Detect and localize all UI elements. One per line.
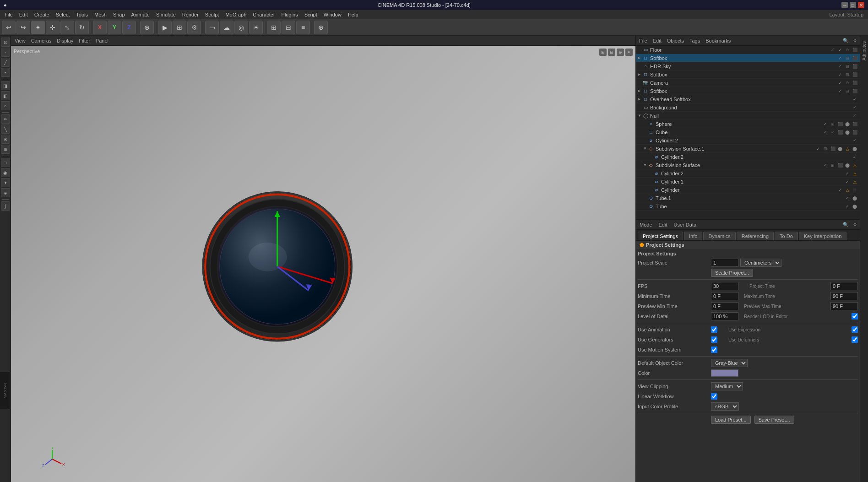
menu-mesh[interactable]: Mesh: [92, 11, 109, 18]
obj-row-tube1[interactable]: ⊙ Tube.1 ✓⬤: [636, 194, 860, 202]
camera-obj-button[interactable]: ◉: [1, 168, 10, 177]
mode-bar-icon1[interactable]: 🔍: [842, 222, 849, 228]
obj-row-null[interactable]: ▼ ◯ Null ✓: [636, 112, 860, 120]
floor-button[interactable]: ▭: [205, 21, 219, 34]
obj-menu-tags[interactable]: Tags: [688, 38, 701, 43]
obj-row-cylinder[interactable]: ⌀ Cylinder ✓△░: [636, 186, 860, 194]
maximize-button[interactable]: □: [850, 2, 856, 8]
obj-row-softbox-1[interactable]: ▶ □ Softbox ✓⊞⬛: [636, 54, 860, 62]
use-gen-checkbox[interactable]: [711, 336, 717, 343]
viewport-icon-1[interactable]: ⊞: [599, 49, 607, 56]
project-scale-input[interactable]: [711, 259, 738, 267]
texture-mode-button[interactable]: ◧: [1, 91, 10, 100]
environment-button[interactable]: ◎: [234, 21, 248, 34]
obj-row-cyl2-c2[interactable]: ⌀ Cylinder.2 ✓△: [636, 169, 860, 178]
render-region-button[interactable]: ⊞: [173, 21, 186, 34]
mode-item-edit[interactable]: Edit: [657, 222, 669, 227]
material-obj-button[interactable]: ◈: [1, 188, 10, 197]
obj-row-cylinder1[interactable]: ⌀ Cylinder.1 ✓△: [636, 178, 860, 186]
viewport-menu-panel[interactable]: Panel: [94, 38, 110, 43]
y-axis-button[interactable]: Y: [108, 21, 121, 34]
redo-button[interactable]: ↪: [16, 21, 30, 34]
sky-button[interactable]: ☁: [220, 21, 233, 34]
color-swatch[interactable]: [711, 369, 738, 377]
menu-sculpt[interactable]: Sculpt: [202, 11, 222, 18]
cube-primitive-button[interactable]: □: [1, 158, 10, 167]
z-axis-button[interactable]: Z: [122, 21, 136, 34]
menu-window[interactable]: Window: [321, 11, 344, 18]
select-tool-button[interactable]: ⊡: [1, 38, 10, 47]
obj-manager-config-icon[interactable]: ⚙: [852, 38, 858, 44]
obj-row-hdr-sky[interactable]: ○ HDR Sky ✓⊞⬛: [636, 62, 860, 70]
rotate-button[interactable]: ↻: [75, 21, 89, 34]
menu-create[interactable]: Create: [32, 11, 52, 18]
obj-row-floor[interactable]: ▭ Floor ✓ ✓ ⊕ ⬛: [636, 46, 860, 54]
magnet-tool-button[interactable]: ⊗: [1, 135, 10, 144]
viewport[interactable]: Perspective ⊞ ⊟ ⊕ ✦: [11, 46, 635, 482]
min-time-input[interactable]: [711, 292, 738, 300]
polygon-mode-button[interactable]: ▪: [1, 68, 10, 77]
world-coord-button[interactable]: ⊕: [140, 21, 154, 34]
viewport-menu-display[interactable]: Display: [55, 38, 75, 43]
spline-tool-button[interactable]: ∫: [1, 201, 10, 211]
isoline-button[interactable]: ≡: [296, 21, 310, 34]
deform-tool-button[interactable]: ≋: [1, 145, 10, 154]
tab-dynamics[interactable]: Dynamics: [703, 232, 735, 240]
load-preset-button[interactable]: Load Preset...: [711, 416, 751, 424]
obj-menu-file[interactable]: File: [638, 38, 649, 43]
menu-plugins[interactable]: Plugins: [279, 11, 301, 18]
max-time-input[interactable]: [830, 292, 858, 300]
render-settings-button[interactable]: ⚙: [187, 21, 201, 34]
fps-input[interactable]: [711, 282, 738, 290]
scale-project-button[interactable]: Scale Project...: [711, 269, 753, 277]
obj-row-softbox-3[interactable]: ▶ □ Softbox ✓⊞⬛: [636, 87, 860, 95]
obj-row-softbox-2[interactable]: ▶ □ Softbox ✓⊞⬛: [636, 70, 860, 79]
menu-snap[interactable]: Snap: [110, 11, 128, 18]
menu-select[interactable]: Select: [53, 11, 73, 18]
paint-tool-button[interactable]: ✏: [1, 114, 10, 124]
def-color-dropdown[interactable]: Gray-Blue Custom: [711, 359, 748, 367]
project-scale-unit-dropdown[interactable]: Centimeters Meters Inches: [740, 259, 781, 267]
x-axis-button[interactable]: X: [93, 21, 107, 34]
menu-edit[interactable]: Edit: [16, 11, 31, 18]
obj-row-cylinder2[interactable]: ⌀ Cylinder.2 ✓: [636, 136, 860, 145]
tab-referencing[interactable]: Referencing: [737, 232, 774, 240]
obj-row-overhead-softbox[interactable]: ▶ □ Overhead Softbox ✓: [636, 95, 860, 103]
tab-todo[interactable]: To Do: [775, 232, 798, 240]
minimize-button[interactable]: ─: [841, 2, 848, 8]
lod-input[interactable]: [711, 312, 738, 320]
menu-tools[interactable]: Tools: [73, 11, 91, 18]
points-mode-button[interactable]: ·: [1, 48, 10, 57]
display-mode-button[interactable]: ⊞: [267, 21, 281, 34]
obj-menu-bookmarks[interactable]: Bookmarks: [704, 38, 732, 43]
model-mode-button[interactable]: ◨: [1, 81, 10, 90]
obj-menu-edit[interactable]: Edit: [651, 38, 663, 43]
edges-mode-button[interactable]: ╱: [1, 58, 10, 67]
menu-mograph[interactable]: MoGraph: [222, 11, 249, 18]
obj-row-subdivision-1[interactable]: ▼ ◇ Subdivision Surface.1 ✓⊞⬛⬤△⬤: [636, 145, 860, 153]
viewport-menu-filters[interactable]: Filter: [77, 38, 92, 43]
light-obj-button[interactable]: ✦: [1, 178, 10, 187]
viewport-menu-cameras[interactable]: Cameras: [29, 38, 54, 43]
menu-character[interactable]: Character: [250, 11, 277, 18]
mode-item-mode[interactable]: Mode: [638, 222, 654, 227]
use-motion-checkbox[interactable]: [711, 347, 717, 353]
move-button[interactable]: ✛: [46, 21, 60, 34]
obj-row-tube[interactable]: ⊙ Tube ✓⬤: [636, 202, 860, 211]
save-preset-button[interactable]: Save Preset...: [754, 416, 794, 424]
obj-row-sphere[interactable]: ○ Sphere ✓⊞⬛⬤⬛: [636, 120, 860, 128]
linear-wf-checkbox[interactable]: [711, 393, 717, 400]
project-time-input[interactable]: [830, 282, 858, 290]
obj-manager-search-icon[interactable]: 🔍: [842, 38, 849, 44]
obj-menu-objects[interactable]: Objects: [666, 38, 685, 43]
scale-button[interactable]: ⤡: [60, 21, 74, 34]
undo-button[interactable]: ↩: [2, 21, 16, 34]
input-color-dropdown[interactable]: sRGB Linear: [711, 402, 739, 411]
tab-key-interpolation[interactable]: Key Interpolation: [799, 232, 847, 240]
close-button[interactable]: ✕: [858, 2, 864, 8]
viewport-icon-4[interactable]: ✦: [625, 49, 633, 56]
snap-button[interactable]: ⊕: [314, 21, 328, 34]
object-mode-button[interactable]: ○: [1, 101, 10, 110]
menu-script[interactable]: Script: [302, 11, 320, 18]
wireframe-button[interactable]: ⊟: [282, 21, 295, 34]
